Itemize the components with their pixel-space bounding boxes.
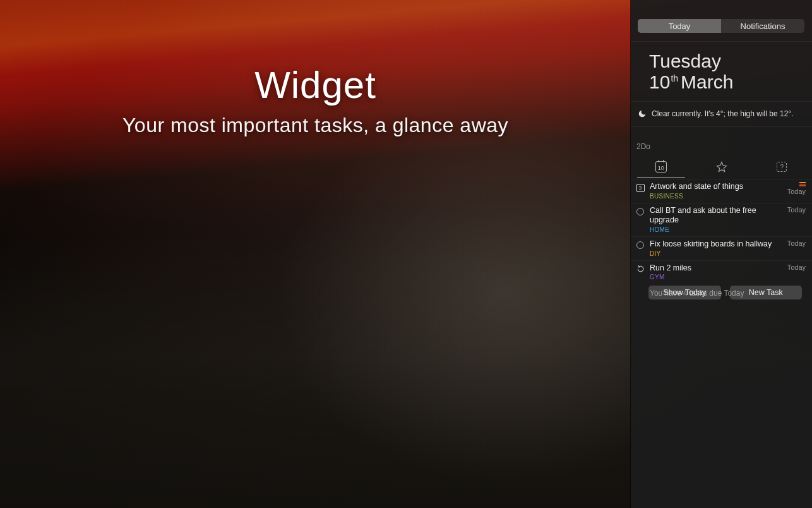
task-tag: DIY (650, 250, 782, 258)
widget-tabs: 10 ? (631, 155, 812, 178)
help-icon: ? (777, 162, 787, 172)
moon-icon (638, 109, 647, 118)
task-row[interactable]: 3 Artwork and state of things BUSINESS T… (631, 179, 812, 203)
task-tag: GYM (650, 274, 782, 281)
flag-icon (799, 182, 806, 187)
task-title: Artwork and state of things (650, 182, 782, 192)
tab-notifications[interactable]: Notifications (721, 19, 804, 33)
notification-center-panel: Today Notifications Tuesday 10thMarch Cl… (631, 0, 812, 508)
task-meta: Today (787, 263, 806, 271)
task-body: Call BT and ask about the free upgrade H… (650, 206, 782, 234)
task-due: Today (787, 263, 806, 271)
tab-today[interactable]: Today (638, 19, 721, 33)
widget-buttons: Show Today New Task (648, 286, 802, 299)
weather-row[interactable]: Clear currently. It's 4°; the high will … (638, 109, 804, 118)
divider (631, 126, 812, 127)
task-title: Fix loose skirting boards in hallway (650, 239, 782, 250)
subtasks-icon: 3 (636, 184, 645, 192)
task-body: Artwork and state of things BUSINESS (650, 182, 782, 200)
task-meta: Today (787, 182, 806, 195)
hero-subtitle: Your most important tasks, a glance away (0, 114, 631, 137)
widget-tab-today[interactable]: 10 (631, 155, 691, 178)
task-due: Today (787, 188, 806, 195)
weather-text: Clear currently. It's 4°; the high will … (652, 109, 793, 118)
calendar-icon: 10 (655, 161, 667, 172)
date-ordinal: th (671, 73, 678, 83)
divider (631, 101, 812, 102)
task-icon[interactable] (636, 265, 645, 274)
date-month: March (681, 71, 733, 92)
star-icon (716, 161, 727, 172)
task-checkbox[interactable] (636, 241, 645, 250)
task-list: 3 Artwork and state of things BUSINESS T… (631, 179, 812, 300)
new-task-button[interactable]: New Task (730, 286, 803, 299)
date-header: Tuesday 10thMarch (649, 51, 733, 92)
divider (631, 41, 812, 42)
circle-icon (636, 208, 644, 215)
task-title: Run 2 miles (650, 263, 782, 274)
task-body: Run 2 miles GYM (650, 263, 782, 282)
date-day: 10 (649, 71, 670, 92)
nc-segmented-control: Today Notifications (638, 19, 804, 33)
task-due: Today (787, 239, 806, 247)
task-tag: HOME (650, 226, 782, 234)
show-today-button[interactable]: Show Today (648, 286, 721, 299)
task-title: Call BT and ask about the free upgrade (650, 206, 782, 226)
task-row[interactable]: Fix loose skirting boards in hallway DIY… (631, 236, 812, 260)
task-row[interactable]: Call BT and ask about the free upgrade H… (631, 203, 812, 236)
widget-tab-other[interactable]: ? (751, 155, 812, 178)
task-due: Today (787, 206, 806, 214)
widget-tab-starred[interactable] (691, 155, 752, 178)
hero-title: Widget (0, 63, 631, 107)
task-row[interactable]: Run 2 miles GYM Today (631, 260, 812, 284)
task-tag: BUSINESS (650, 193, 782, 200)
repeat-icon (636, 265, 645, 273)
desktop: Widget Your most important tasks, a glan… (0, 0, 812, 508)
task-icon[interactable]: 3 (636, 183, 645, 192)
task-meta: Today (787, 206, 806, 214)
date-line: 10thMarch (649, 71, 733, 92)
task-body: Fix loose skirting boards in hallway DIY (650, 239, 782, 258)
task-meta: Today (787, 239, 806, 247)
circle-icon (636, 241, 644, 249)
widget-app-name: 2Do (636, 142, 650, 151)
date-dow: Tuesday (649, 51, 733, 71)
task-checkbox[interactable] (636, 207, 645, 216)
